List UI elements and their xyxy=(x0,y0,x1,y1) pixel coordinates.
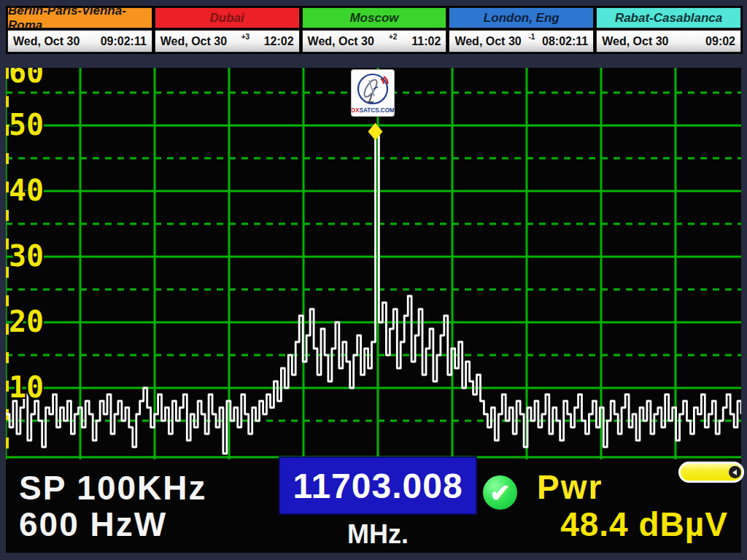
checkmark-icon: ✔ xyxy=(489,478,511,508)
clock-time: 11:02 xyxy=(411,35,441,48)
power-value: 48.4 dBµV xyxy=(473,506,728,542)
y-axis-label: 50 xyxy=(9,110,44,139)
clock-utc-offset: +3 xyxy=(227,33,264,41)
clock-time: 12:02 xyxy=(264,35,294,48)
speaker-icon xyxy=(729,466,741,478)
volume-slider[interactable] xyxy=(678,462,744,483)
clock-time: 08:02:11 xyxy=(542,35,588,48)
frequency-unit-label: MHz. xyxy=(279,519,477,550)
clock-time-moscow: Wed, Oct 30 +2 11:02 xyxy=(302,30,447,52)
clock-date: Wed, Oct 30 xyxy=(602,35,668,48)
world-clock-bar: Berlin-Paris-Vienna-Roma Dubai Moscow Lo… xyxy=(6,6,743,54)
spectrum-svg xyxy=(6,68,741,459)
svg-text:DXSATCS.COM: DXSATCS.COM xyxy=(352,107,394,114)
span-label: SP 100KHz xyxy=(19,471,207,505)
y-axis-label: 30 xyxy=(9,241,44,271)
y-axis-label: 60 xyxy=(9,68,44,87)
clock-date: Wed, Oct 30 xyxy=(13,35,80,48)
clock-date: Wed, Oct 30 xyxy=(454,35,521,48)
clock-city-berlin: Berlin-Paris-Vienna-Roma xyxy=(7,7,152,28)
spectrum-plot: 605040302010 DXSATCS.COM xyxy=(6,68,741,459)
clock-utc-offset: -1 xyxy=(522,33,542,41)
readout-panel: SP 100KHz 600 HzW 11703.008 MHz. ✔ Pwr 4… xyxy=(6,459,741,553)
clock-date: Wed, Oct 30 xyxy=(160,35,227,48)
clock-city-dubai: Dubai xyxy=(155,7,300,28)
lock-ok-icon: ✔ xyxy=(483,475,517,510)
clock-city-london: London, Eng xyxy=(449,7,594,28)
clock-time: 09:02 xyxy=(705,35,735,48)
clock-city-rabat: Rabat-Casablanca xyxy=(596,7,741,28)
clock-time-dubai: Wed, Oct 30 +3 12:02 xyxy=(155,30,300,52)
y-axis-label: 20 xyxy=(9,307,44,336)
frequency-field[interactable]: 11703.008 xyxy=(279,456,477,515)
clock-utc-offset: +2 xyxy=(374,33,411,41)
clock-time-berlin: Wed, Oct 30 09:02:11 xyxy=(7,30,152,52)
clock-time: 09:02:11 xyxy=(101,35,147,48)
dxsatcs-logo: DXSATCS.COM xyxy=(352,70,394,116)
bandwidth-label: 600 HzW xyxy=(19,508,167,541)
power-label: Pwr xyxy=(537,470,603,505)
satellite-dish-icon: DXSATCS.COM xyxy=(352,70,394,116)
y-axis-label: 10 xyxy=(9,373,44,402)
clock-time-rabat: Wed, Oct 30 09:02 xyxy=(596,30,741,52)
y-axis-label: 40 xyxy=(9,176,44,205)
clock-time-london: Wed, Oct 30 -1 08:02:11 xyxy=(449,30,594,52)
clock-date: Wed, Oct 30 xyxy=(308,35,374,48)
clock-city-moscow: Moscow xyxy=(302,7,447,28)
